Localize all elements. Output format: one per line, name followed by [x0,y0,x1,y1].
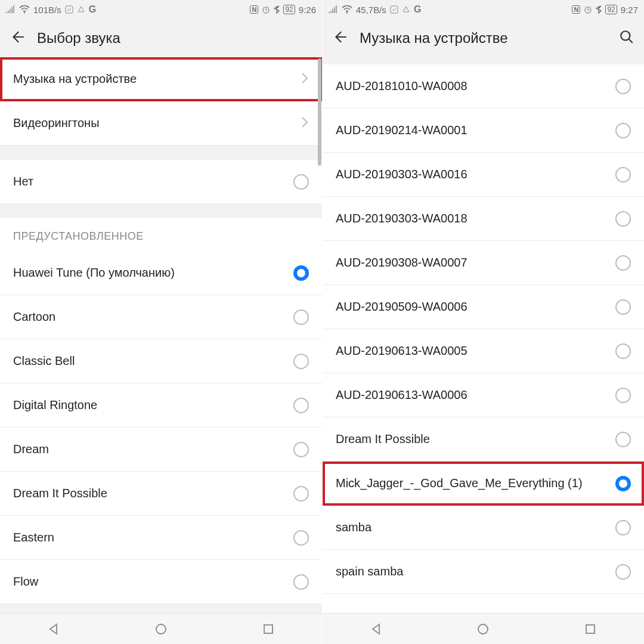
track-label: AUD-20190303-WA0018 [336,211,615,226]
nav-row-0[interactable]: Музыка на устройстве [0,57,322,101]
option-label: Нет [13,174,293,189]
signal-icon [6,5,16,14]
status-left: 101B/s G [6,4,96,15]
track-label: samba [336,520,615,535]
track-row[interactable]: spain samba [323,550,644,594]
track-row[interactable]: Mick_Jagger_-_God_Gave_Me_Everything (1) [323,462,644,506]
wifi-icon [19,5,30,14]
screen-device-music: 45,7B/s G N 92 9:27 Музыка на устройстве… [322,0,644,644]
signal-icon [329,5,338,14]
track-label: AUD-20181010-WA0008 [336,79,615,94]
status-time: 9:26 [299,5,316,15]
chevron-right-icon [301,116,309,131]
app-icon-2 [402,5,410,14]
preset-row[interactable]: Eastern [0,516,322,560]
screen-title: Выбор звука [37,30,312,47]
nav-home-button[interactable] [459,617,507,641]
track-row[interactable]: samba [323,506,644,550]
radio-unselected-icon [615,564,631,580]
nav-row-label: Музыка на устройстве [13,72,301,86]
content-area: Музыка на устройствеВидеорингтоны Нет ПР… [0,57,322,613]
track-label: Dream It Possible [336,432,615,447]
app-icon-1 [65,5,73,14]
radio-unselected-icon [615,343,631,359]
radio-unselected-icon [293,398,309,413]
track-row[interactable]: AUD-20190303-WA0016 [323,153,644,197]
search-button[interactable] [619,29,634,47]
track-label: AUD-20190303-WA0016 [336,167,615,182]
radio-unselected-icon [293,174,309,190]
preset-row[interactable]: Dream It Possible [0,472,322,516]
preset-label: Dream It Possible [13,486,293,501]
nav-row-1[interactable]: Видеорингтоны [0,101,322,145]
radio-unselected-icon [293,574,309,590]
spacer [0,145,322,160]
status-left: 45,7B/s G [329,4,421,15]
nav-row-label: Видеорингтоны [13,116,301,131]
preset-label: Flow [13,574,293,589]
nav-recent-button[interactable] [244,617,292,641]
track-row[interactable]: AUD-20190303-WA0018 [323,197,644,241]
svg-point-0 [24,12,25,13]
status-speed: 101B/s [33,5,61,15]
radio-unselected-icon [615,123,631,138]
nav-recent-button[interactable] [566,617,614,641]
content-area: AUD-20181010-WA0008AUD-20190214-WA0001AU… [323,57,644,613]
radio-unselected-icon [615,388,631,403]
google-icon: G [89,4,96,15]
scrollbar[interactable] [318,58,321,166]
google-icon: G [414,4,421,15]
nav-back-button[interactable] [30,617,78,641]
radio-unselected-icon [615,432,631,447]
section-header-preset: ПРЕДУСТАНОВЛЕННОЕ [0,218,322,251]
svg-point-5 [346,12,348,13]
screen-header: Выбор звука [0,19,322,57]
nav-home-button[interactable] [137,617,185,641]
svg-rect-10 [586,625,595,633]
battery-level: 92 [605,5,617,14]
track-label: AUD-20190308-WA0007 [336,255,615,270]
option-none[interactable]: Нет [0,160,322,204]
preset-label: Cartoon [13,309,293,324]
preset-row[interactable]: Dream [0,428,322,472]
status-right: N 92 9:26 [250,5,316,15]
radio-unselected-icon [615,299,631,315]
preset-row[interactable]: Huawei Tune (По умолчанию) [0,251,322,295]
radio-unselected-icon [615,167,631,182]
spacer [0,204,322,218]
track-row[interactable]: AUD-20190613-WA0005 [323,329,644,373]
svg-rect-6 [391,6,398,13]
bluetooth-icon [274,5,280,14]
status-bar: 101B/s G N 92 9:26 [0,0,322,19]
nav-back-button[interactable] [352,617,400,641]
battery-level: 92 [283,5,295,14]
track-row[interactable]: AUD-20181010-WA0008 [323,64,644,109]
back-button[interactable] [332,29,348,47]
svg-point-8 [621,31,630,40]
track-row[interactable]: AUD-20190214-WA0001 [323,109,644,153]
radio-unselected-icon [293,530,309,546]
radio-unselected-icon [293,486,309,501]
track-row[interactable]: AUD-20190613-WA0006 [323,373,644,417]
radio-unselected-icon [293,442,309,457]
track-row[interactable]: Dream It Possible [323,417,644,462]
status-time: 9:27 [621,5,638,15]
preset-row[interactable]: Cartoon [0,295,322,339]
back-button[interactable] [10,29,25,47]
track-label: spain samba [336,564,615,579]
track-row[interactable]: AUD-20190509-WA0006 [323,285,644,329]
track-label: AUD-20190509-WA0006 [336,299,615,314]
screen-sound-selection: 101B/s G N 92 9:26 Выбор звука Музыка на… [0,0,322,644]
radio-unselected-icon [615,520,631,535]
spacer [323,57,644,64]
app-icon-1 [390,5,398,14]
preset-row[interactable]: Flow [0,560,322,604]
preset-row[interactable]: Digital Ringtone [0,383,322,428]
system-nav-bar [323,613,644,644]
preset-label: Classic Bell [13,354,293,369]
chevron-right-icon [301,72,309,86]
track-label: AUD-20190613-WA0005 [336,343,615,358]
track-row[interactable]: AUD-20190308-WA0007 [323,241,644,285]
wifi-icon [342,5,352,14]
preset-row[interactable]: Classic Bell [0,339,322,383]
